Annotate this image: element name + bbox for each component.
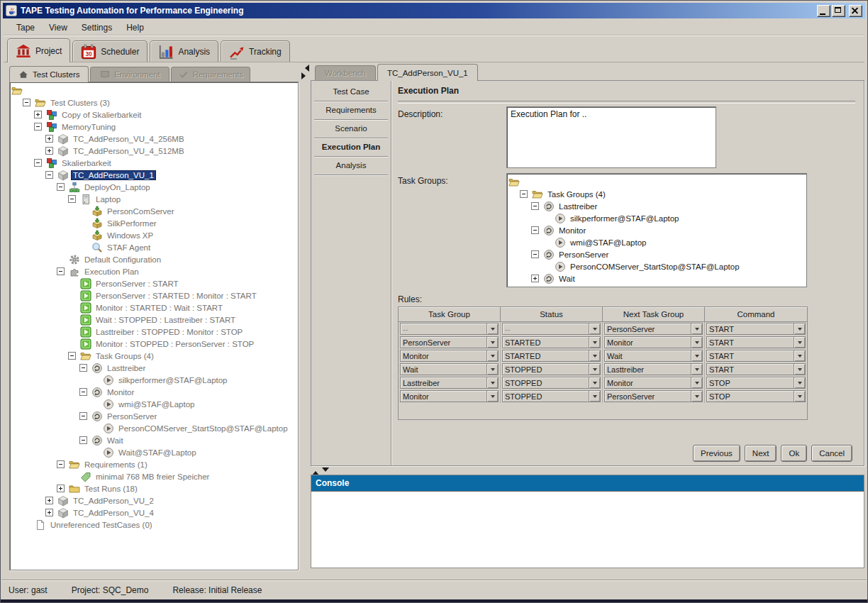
maximize-button[interactable]: [832, 5, 845, 17]
collapse-toggle-icon[interactable]: [79, 412, 87, 420]
rule-combobox[interactable]: Wait: [400, 363, 499, 375]
nav-analysis[interactable]: Analysis: [314, 157, 388, 175]
tree-item[interactable]: Windows XP: [10, 229, 298, 241]
tree-item[interactable]: Monitor: [507, 224, 806, 236]
collapse-toggle-icon[interactable]: [520, 190, 528, 198]
collapse-toggle-icon[interactable]: [68, 195, 76, 203]
combobox-dropdown-button[interactable]: [486, 323, 498, 334]
tree-item[interactable]: silkperformer@STAF@Laptop: [507, 212, 806, 224]
expand-toggle-icon[interactable]: [531, 275, 539, 282]
combobox-dropdown-button[interactable]: [486, 337, 498, 348]
combobox-dropdown-button[interactable]: [589, 350, 600, 361]
collapse-toggle-icon[interactable]: [34, 159, 42, 167]
tab-tc-addperson-vu-1[interactable]: TC_AddPerson_VU_1: [377, 64, 478, 81]
rule-combobox[interactable]: Lasttreiber: [604, 363, 703, 375]
combobox-dropdown-button[interactable]: [691, 364, 702, 375]
rule-combobox[interactable]: --: [502, 323, 601, 335]
combobox-dropdown-button[interactable]: [589, 364, 600, 375]
tree-item[interactable]: TC_AddPerson_VU_4_256MB: [10, 133, 298, 145]
tree-item[interactable]: minimal 768 MB freier Speicher: [10, 470, 298, 482]
collapse-toggle-icon[interactable]: [68, 352, 76, 360]
tree-item[interactable]: Copy of Skalierbarkeit: [10, 109, 298, 121]
tab-analysis[interactable]: Analysis: [150, 40, 218, 62]
combobox-dropdown-button[interactable]: [794, 337, 805, 348]
nav-scenario[interactable]: Scenario: [314, 120, 388, 138]
combobox-dropdown-button[interactable]: [691, 350, 702, 361]
console-output[interactable]: [311, 492, 864, 568]
close-button[interactable]: [849, 5, 862, 17]
tree-item[interactable]: [10, 84, 298, 96]
tree-item[interactable]: Test Runs (18): [10, 482, 298, 494]
expand-toggle-icon[interactable]: [45, 135, 53, 143]
tree-item[interactable]: Monitor : STOPPED : PersonServer : STOP: [10, 338, 298, 350]
rule-combobox[interactable]: PersonServer: [604, 323, 703, 335]
next-button[interactable]: Next: [745, 445, 777, 462]
nav-test-case[interactable]: Test Case: [314, 83, 388, 101]
expand-toggle-icon[interactable]: [57, 485, 65, 492]
combobox-dropdown-button[interactable]: [486, 364, 498, 375]
collapse-toggle-icon[interactable]: [57, 267, 65, 275]
combobox-dropdown-button[interactable]: [486, 377, 498, 388]
combobox-dropdown-button[interactable]: [794, 377, 805, 388]
menu-help[interactable]: Help: [119, 21, 151, 34]
console-splitter[interactable]: [312, 468, 333, 474]
collapse-console-icon[interactable]: [322, 468, 329, 475]
rule-combobox[interactable]: Monitor: [400, 390, 499, 402]
expand-toggle-icon[interactable]: [34, 111, 42, 118]
tree-item[interactable]: Monitor : STARTED : Wait : START: [10, 302, 298, 314]
rule-combobox[interactable]: Monitor: [604, 336, 703, 348]
collapse-toggle-icon[interactable]: [531, 202, 539, 210]
rule-combobox[interactable]: STARTED: [502, 350, 601, 362]
collapse-toggle-icon[interactable]: [531, 250, 539, 258]
tab-scheduler[interactable]: 30 Scheduler: [72, 40, 148, 62]
expand-toggle-icon[interactable]: [45, 147, 53, 155]
rule-combobox[interactable]: STOP: [706, 377, 806, 389]
collapse-toggle-icon[interactable]: [79, 388, 87, 396]
combobox-dropdown-button[interactable]: [691, 323, 702, 334]
expand-toggle-icon[interactable]: [45, 509, 53, 516]
collapse-left-icon[interactable]: [301, 65, 309, 72]
tree-item[interactable]: Lasttreiber: [507, 200, 806, 212]
combobox-dropdown-button[interactable]: [691, 337, 702, 348]
combobox-dropdown-button[interactable]: [691, 391, 702, 402]
expand-toggle-icon[interactable]: [45, 497, 53, 504]
rule-combobox[interactable]: STOPPED: [502, 390, 601, 402]
nav-execution-plan[interactable]: Execution Plan: [314, 138, 388, 157]
tree-item[interactable]: wmi@STAF@Laptop: [507, 236, 806, 248]
tree-item[interactable]: PersonComServer: [10, 205, 298, 217]
combobox-dropdown-button[interactable]: [794, 391, 805, 402]
tree-item[interactable]: Wait: [507, 272, 806, 284]
tree-item[interactable]: Lasttreiber : STOPPED : Monitor : STOP: [10, 326, 298, 338]
tree-item[interactable]: MemoryTuning: [10, 121, 298, 133]
vertical-splitter[interactable]: [301, 63, 311, 575]
tree-item[interactable]: TC_AddPerson_VU_4_512MB: [10, 145, 298, 157]
collapse-toggle-icon[interactable]: [57, 183, 65, 191]
rule-combobox[interactable]: START: [706, 336, 806, 348]
tree-item[interactable]: Monitor: [10, 386, 298, 398]
previous-button[interactable]: Previous: [693, 445, 740, 462]
combobox-dropdown-button[interactable]: [691, 377, 702, 388]
tree-item[interactable]: PersonServer : STARTED : Monitor : START: [10, 289, 298, 302]
minimize-button[interactable]: [817, 5, 830, 17]
tree-item[interactable]: DeployOn_Laptop: [10, 181, 298, 193]
tree-item[interactable]: Wait@STAF@Laptop: [10, 446, 298, 458]
cancel-button[interactable]: Cancel: [811, 445, 852, 462]
ok-button[interactable]: Ok: [781, 445, 807, 462]
tab-project[interactable]: Project: [7, 38, 70, 62]
tree-item[interactable]: Unreferenced TestCases (0): [10, 519, 298, 531]
collapse-toggle-icon[interactable]: [57, 460, 65, 468]
combobox-dropdown-button[interactable]: [589, 377, 600, 388]
tree-item[interactable]: SilkPerformer: [10, 217, 298, 229]
tree-item[interactable]: Test Clusters (3): [10, 96, 298, 109]
tree-item[interactable]: PersonCOMServer_StartStop@STAF@Laptop: [10, 422, 298, 434]
tree-item[interactable]: [507, 176, 806, 188]
tree-item[interactable]: Lasttreiber: [10, 362, 298, 374]
tab-tracking[interactable]: Tracking: [221, 40, 290, 62]
tree-item[interactable]: Skalierbarkeit: [10, 157, 298, 169]
collapse-toggle-icon[interactable]: [531, 226, 539, 234]
rule-combobox[interactable]: START: [706, 323, 806, 335]
collapse-toggle-icon[interactable]: [79, 364, 87, 372]
rule-combobox[interactable]: PersonServer: [400, 336, 499, 348]
tab-test-clusters[interactable]: Test Clusters: [9, 66, 89, 82]
tree-item[interactable]: Requirements (1): [10, 458, 298, 470]
